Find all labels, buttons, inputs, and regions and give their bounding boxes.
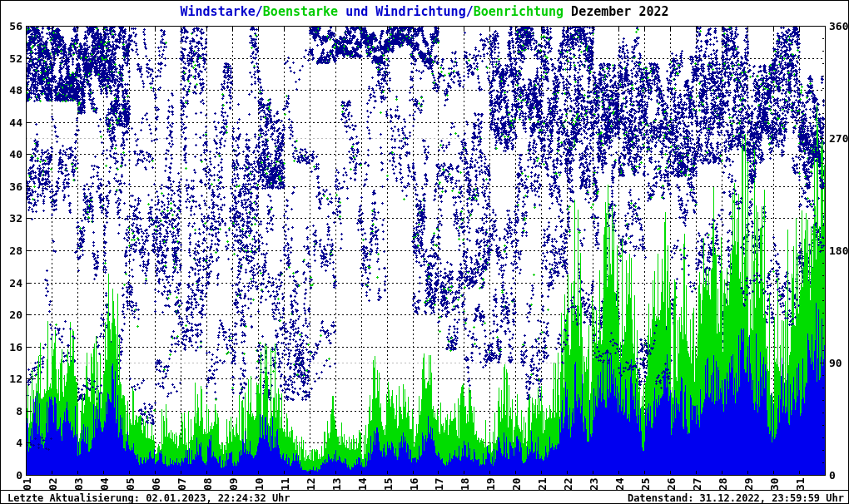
title-month: Dezember 2022	[564, 4, 668, 19]
footer-data-state: Datenstand: 31.12.2022, 23:59:59 Uhr	[628, 492, 844, 504]
footer-bar: Letzte Aktualisierung: 02.01.2023, 22:24…	[1, 490, 848, 504]
title-boenstarke: Boenstarke	[263, 4, 338, 19]
footer-last-update: Letzte Aktualisierung: 02.01.2023, 22:24…	[7, 492, 290, 504]
chart-title: Windstarke/Boenstarke und Windrichtung/B…	[1, 4, 848, 19]
title-windstarke: Windstarke/	[180, 4, 262, 19]
title-boenrichtung: Boenrichtung	[474, 4, 564, 19]
wind-direction-speed-chart	[1, 1, 849, 504]
title-und-windrichtung: und Windrichtung/	[338, 4, 474, 19]
wind-chart-panel: Windstarke/Boenstarke und Windrichtung/B…	[0, 0, 849, 504]
